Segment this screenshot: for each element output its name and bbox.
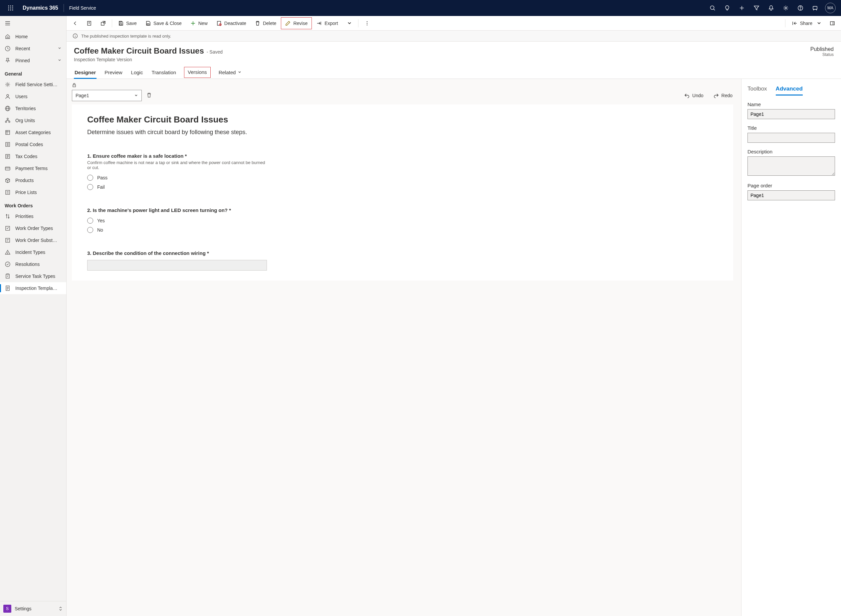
revise-button[interactable]: Revise (281, 17, 312, 29)
record-saved-indicator: - Saved (207, 49, 223, 54)
export-chevron[interactable] (343, 17, 356, 29)
nav-item[interactable]: Resolutions (0, 258, 66, 270)
info-icon (73, 33, 78, 39)
gear-icon (4, 82, 11, 88)
nav-item[interactable]: Work Order Types (0, 222, 66, 234)
nav-item[interactable]: Work Order Subst… (0, 234, 66, 246)
nav-item[interactable]: Home (0, 31, 66, 43)
tab-versions[interactable]: Versions (184, 67, 211, 78)
assistant-icon[interactable] (808, 0, 822, 16)
nav-item[interactable]: Price Lists (0, 186, 66, 198)
svg-point-7 (10, 10, 11, 11)
nav-item[interactable]: Users (0, 91, 66, 103)
status-label: Status (810, 52, 834, 57)
prop-tab-toolbox[interactable]: Toolbox (747, 84, 767, 95)
sidebar-toggle-icon[interactable] (0, 16, 66, 31)
share-button[interactable]: Share (788, 17, 826, 29)
person-icon (4, 94, 11, 100)
radio-option[interactable]: No (87, 227, 718, 233)
radio-icon (87, 175, 93, 181)
nav-item[interactable]: Field Service Setti… (0, 79, 66, 91)
svg-rect-60 (147, 23, 149, 25)
radio-option[interactable]: Yes (87, 218, 718, 224)
export-button[interactable]: Export (312, 17, 342, 29)
info-bar: The published inspection template is rea… (67, 31, 841, 42)
prop-order-input[interactable] (747, 191, 835, 200)
deactivate-button[interactable]: Deactivate (212, 17, 250, 29)
add-icon[interactable] (734, 0, 749, 16)
org-icon (4, 117, 11, 123)
prop-tab-advanced[interactable]: Advanced (776, 84, 803, 95)
gear-icon[interactable] (778, 0, 793, 16)
svg-point-48 (5, 262, 10, 267)
overflow-button[interactable] (360, 17, 374, 29)
nav-item[interactable]: Priorities (0, 210, 66, 222)
save-button[interactable]: Save (114, 17, 141, 29)
side-panel-button[interactable] (826, 17, 839, 29)
property-pane: Toolbox Advanced Name Title Description … (741, 79, 841, 616)
nav-label: Field Service Setti… (15, 82, 62, 87)
nav-label: Territories (15, 106, 62, 111)
record-set-button[interactable] (82, 17, 96, 29)
postal-icon (4, 141, 11, 147)
save-close-button[interactable]: Save & Close (141, 17, 186, 29)
question: 1. Ensure coffee maker is a safe locatio… (87, 153, 718, 190)
nav-item[interactable]: Recent (0, 43, 66, 54)
bell-icon[interactable] (764, 0, 778, 16)
redo-button[interactable]: Redo (710, 91, 736, 100)
filter-icon[interactable] (749, 0, 764, 16)
tab-logic[interactable]: Logic (130, 67, 144, 79)
nav-item[interactable]: Service Task Types (0, 270, 66, 282)
lightbulb-icon[interactable] (720, 0, 734, 16)
svg-rect-69 (830, 22, 834, 25)
new-button[interactable]: New (186, 17, 212, 29)
module-name[interactable]: Field Service (65, 5, 100, 11)
prop-title-input[interactable] (747, 133, 835, 143)
priority-icon (4, 213, 11, 219)
nav-item[interactable]: Inspection Templa… (0, 282, 66, 294)
chevron-updown-icon (58, 606, 63, 611)
app-launcher-icon[interactable] (3, 0, 19, 16)
radio-option[interactable]: Pass (87, 175, 718, 181)
delete-button[interactable]: Delete (251, 17, 280, 29)
area-switcher[interactable]: S Settings (0, 601, 66, 616)
product-name[interactable]: Dynamics 365 (19, 5, 62, 11)
page-selector-value: Page1 (76, 93, 89, 98)
delete-page-button[interactable] (145, 91, 153, 100)
nav-label: Asset Categories (15, 130, 62, 135)
undo-button[interactable]: Undo (681, 91, 706, 100)
prop-desc-input[interactable] (747, 156, 835, 176)
help-icon[interactable] (793, 0, 808, 16)
radio-icon (87, 227, 93, 233)
nav-label: Work Order Subst… (15, 238, 62, 243)
nav-item[interactable]: Postal Codes (0, 138, 66, 150)
user-avatar[interactable]: MA (825, 3, 836, 13)
nav-label: Home (15, 34, 62, 39)
home-icon (4, 34, 11, 40)
nav-item[interactable]: Incident Types (0, 246, 66, 258)
area-swatch: S (3, 605, 11, 613)
prop-name-input[interactable] (747, 109, 835, 119)
back-button[interactable] (69, 17, 82, 29)
svg-point-0 (8, 6, 9, 7)
tab-translation[interactable]: Translation (151, 67, 177, 79)
tab-related[interactable]: Related (218, 67, 243, 79)
tab-designer[interactable]: Designer (74, 67, 97, 79)
nav-item[interactable]: Pinned (0, 54, 66, 66)
text-answer-input[interactable] (87, 260, 267, 271)
nav-item[interactable]: Products (0, 175, 66, 186)
chevron-down-icon (57, 46, 62, 51)
open-new-window-button[interactable] (97, 17, 110, 29)
nav-item[interactable]: Payment Terms (0, 163, 66, 175)
tab-preview[interactable]: Preview (104, 67, 123, 79)
nav-item[interactable]: Asset Categories (0, 126, 66, 138)
page-selector[interactable]: Page1 (72, 90, 142, 101)
radio-option[interactable]: Fail (87, 184, 718, 190)
nav-item[interactable]: Territories (0, 103, 66, 114)
nav-item[interactable]: Tax Codes (0, 150, 66, 163)
svg-point-9 (711, 6, 714, 10)
nav-item[interactable]: Org Units (0, 114, 66, 126)
search-icon[interactable] (705, 0, 720, 16)
main-content: Save Save & Close New Deactivate Delete … (67, 16, 841, 616)
nav-label: Service Task Types (15, 274, 62, 279)
